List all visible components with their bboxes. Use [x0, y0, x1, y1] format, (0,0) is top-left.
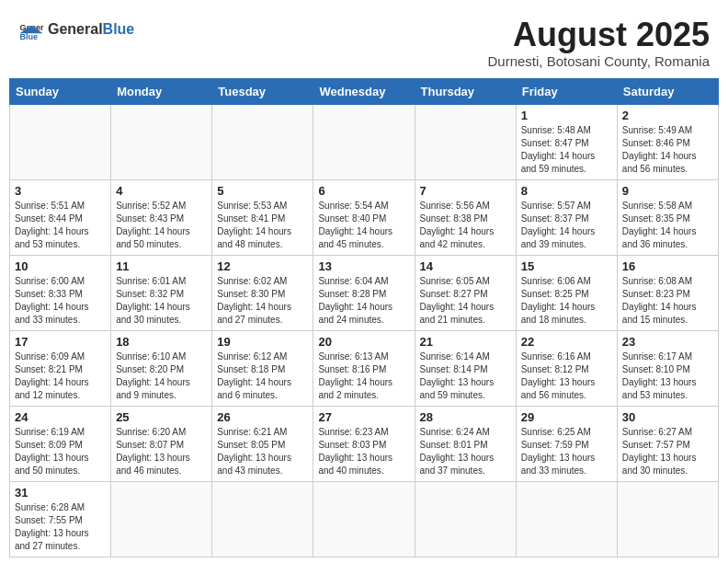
day-info: Sunrise: 6:13 AM Sunset: 8:16 PM Dayligh…	[318, 350, 409, 402]
day-number: 25	[116, 410, 207, 424]
table-row: 29Sunrise: 6:25 AM Sunset: 7:59 PM Dayli…	[516, 406, 617, 481]
day-info: Sunrise: 5:49 AM Sunset: 8:46 PM Dayligh…	[622, 124, 713, 176]
day-info: Sunrise: 6:04 AM Sunset: 8:28 PM Dayligh…	[318, 275, 409, 327]
table-row	[212, 481, 313, 557]
svg-text:Blue: Blue	[19, 32, 38, 41]
day-info: Sunrise: 6:02 AM Sunset: 8:30 PM Dayligh…	[217, 275, 308, 327]
day-info: Sunrise: 6:00 AM Sunset: 8:33 PM Dayligh…	[15, 275, 106, 327]
table-row: 19Sunrise: 6:12 AM Sunset: 8:18 PM Dayli…	[212, 330, 313, 406]
location-title: Durnesti, Botosani County, Romania	[487, 53, 710, 69]
weekday-header-sunday: Sunday	[10, 78, 111, 104]
table-row: 2Sunrise: 5:49 AM Sunset: 8:46 PM Daylig…	[617, 104, 718, 179]
day-number: 4	[116, 184, 207, 198]
day-number: 16	[622, 259, 713, 273]
day-number: 20	[318, 335, 409, 349]
day-info: Sunrise: 6:25 AM Sunset: 7:59 PM Dayligh…	[521, 426, 612, 477]
day-info: Sunrise: 6:23 AM Sunset: 8:03 PM Dayligh…	[318, 426, 409, 477]
table-row: 24Sunrise: 6:19 AM Sunset: 8:09 PM Dayli…	[10, 406, 111, 481]
day-number: 2	[622, 109, 713, 122]
day-info: Sunrise: 6:10 AM Sunset: 8:20 PM Dayligh…	[116, 350, 207, 402]
calendar-week-row: 10Sunrise: 6:00 AM Sunset: 8:33 PM Dayli…	[10, 255, 719, 330]
logo-icon: General Blue	[18, 17, 44, 42]
day-info: Sunrise: 6:20 AM Sunset: 8:07 PM Dayligh…	[116, 426, 207, 477]
table-row: 3Sunrise: 5:51 AM Sunset: 8:44 PM Daylig…	[10, 179, 111, 255]
table-row: 8Sunrise: 5:57 AM Sunset: 8:37 PM Daylig…	[516, 179, 617, 255]
day-number: 12	[217, 259, 308, 273]
day-info: Sunrise: 6:16 AM Sunset: 8:12 PM Dayligh…	[521, 350, 612, 402]
table-row: 30Sunrise: 6:27 AM Sunset: 7:57 PM Dayli…	[617, 406, 718, 481]
table-row	[10, 104, 111, 179]
day-number: 1	[521, 109, 612, 122]
day-info: Sunrise: 6:19 AM Sunset: 8:09 PM Dayligh…	[15, 426, 106, 477]
day-number: 30	[622, 410, 713, 424]
day-number: 13	[318, 259, 409, 273]
day-info: Sunrise: 6:06 AM Sunset: 8:25 PM Dayligh…	[521, 275, 612, 327]
day-info: Sunrise: 5:58 AM Sunset: 8:35 PM Dayligh…	[622, 200, 713, 251]
day-number: 17	[15, 335, 106, 349]
day-info: Sunrise: 6:12 AM Sunset: 8:18 PM Dayligh…	[217, 350, 308, 402]
weekday-header-wednesday: Wednesday	[313, 78, 415, 104]
day-number: 27	[318, 410, 409, 424]
table-row: 27Sunrise: 6:23 AM Sunset: 8:03 PM Dayli…	[313, 406, 415, 481]
table-row	[516, 481, 617, 557]
table-row: 9Sunrise: 5:58 AM Sunset: 8:35 PM Daylig…	[617, 179, 718, 255]
table-row: 16Sunrise: 6:08 AM Sunset: 8:23 PM Dayli…	[617, 255, 718, 330]
day-info: Sunrise: 6:21 AM Sunset: 8:05 PM Dayligh…	[217, 426, 308, 477]
weekday-header-thursday: Thursday	[415, 78, 516, 104]
day-info: Sunrise: 5:54 AM Sunset: 8:40 PM Dayligh…	[318, 200, 409, 251]
table-row: 13Sunrise: 6:04 AM Sunset: 8:28 PM Dayli…	[313, 255, 415, 330]
weekday-header-saturday: Saturday	[617, 78, 718, 104]
table-row: 31Sunrise: 6:28 AM Sunset: 7:55 PM Dayli…	[10, 481, 111, 557]
day-info: Sunrise: 6:08 AM Sunset: 8:23 PM Dayligh…	[622, 275, 713, 327]
table-row: 20Sunrise: 6:13 AM Sunset: 8:16 PM Dayli…	[313, 330, 415, 406]
table-row: 10Sunrise: 6:00 AM Sunset: 8:33 PM Dayli…	[10, 255, 111, 330]
table-row: 6Sunrise: 5:54 AM Sunset: 8:40 PM Daylig…	[313, 179, 415, 255]
header: General Blue GeneralBlue August 2025 Dur…	[9, 9, 719, 73]
day-number: 5	[217, 184, 308, 198]
table-row: 18Sunrise: 6:10 AM Sunset: 8:20 PM Dayli…	[111, 330, 212, 406]
day-number: 18	[116, 335, 207, 349]
table-row: 4Sunrise: 5:52 AM Sunset: 8:43 PM Daylig…	[111, 179, 212, 255]
weekday-header-friday: Friday	[516, 78, 617, 104]
table-row: 1Sunrise: 5:48 AM Sunset: 8:47 PM Daylig…	[516, 104, 617, 179]
table-row: 7Sunrise: 5:56 AM Sunset: 8:38 PM Daylig…	[415, 179, 516, 255]
table-row	[212, 104, 313, 179]
day-info: Sunrise: 6:09 AM Sunset: 8:21 PM Dayligh…	[15, 350, 106, 402]
day-number: 21	[420, 335, 511, 349]
table-row: 14Sunrise: 6:05 AM Sunset: 8:27 PM Dayli…	[415, 255, 516, 330]
table-row	[313, 481, 415, 557]
day-number: 19	[217, 335, 308, 349]
table-row	[617, 481, 718, 557]
day-number: 6	[318, 184, 409, 198]
day-number: 31	[15, 486, 106, 500]
day-number: 22	[521, 335, 612, 349]
table-row: 23Sunrise: 6:17 AM Sunset: 8:10 PM Dayli…	[617, 330, 718, 406]
day-info: Sunrise: 6:27 AM Sunset: 7:57 PM Dayligh…	[622, 426, 713, 477]
table-row: 21Sunrise: 6:14 AM Sunset: 8:14 PM Dayli…	[415, 330, 516, 406]
table-row: 28Sunrise: 6:24 AM Sunset: 8:01 PM Dayli…	[415, 406, 516, 481]
day-info: Sunrise: 5:51 AM Sunset: 8:44 PM Dayligh…	[15, 200, 106, 251]
weekday-header-tuesday: Tuesday	[212, 78, 313, 104]
day-number: 3	[15, 184, 106, 198]
calendar: SundayMondayTuesdayWednesdayThursdayFrid…	[9, 78, 719, 557]
day-info: Sunrise: 6:05 AM Sunset: 8:27 PM Dayligh…	[420, 275, 511, 327]
weekday-header-row: SundayMondayTuesdayWednesdayThursdayFrid…	[10, 78, 719, 104]
day-number: 15	[521, 259, 612, 273]
table-row: 25Sunrise: 6:20 AM Sunset: 8:07 PM Dayli…	[111, 406, 212, 481]
day-info: Sunrise: 5:53 AM Sunset: 8:41 PM Dayligh…	[217, 200, 308, 251]
day-number: 8	[521, 184, 612, 198]
day-info: Sunrise: 6:24 AM Sunset: 8:01 PM Dayligh…	[420, 426, 511, 477]
day-number: 24	[15, 410, 106, 424]
day-info: Sunrise: 5:57 AM Sunset: 8:37 PM Dayligh…	[521, 200, 612, 251]
calendar-week-row: 17Sunrise: 6:09 AM Sunset: 8:21 PM Dayli…	[10, 330, 719, 406]
calendar-week-row: 31Sunrise: 6:28 AM Sunset: 7:55 PM Dayli…	[10, 481, 719, 557]
table-row	[415, 481, 516, 557]
calendar-week-row: 3Sunrise: 5:51 AM Sunset: 8:44 PM Daylig…	[10, 179, 719, 255]
table-row	[313, 104, 415, 179]
weekday-header-monday: Monday	[111, 78, 212, 104]
day-number: 29	[521, 410, 612, 424]
day-info: Sunrise: 6:01 AM Sunset: 8:32 PM Dayligh…	[116, 275, 207, 327]
table-row	[415, 104, 516, 179]
table-row	[111, 481, 212, 557]
table-row: 15Sunrise: 6:06 AM Sunset: 8:25 PM Dayli…	[516, 255, 617, 330]
